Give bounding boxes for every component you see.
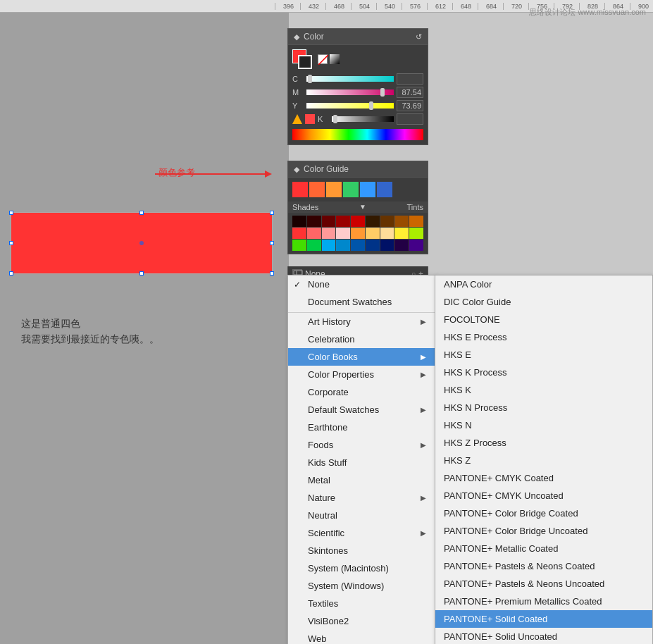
menu-item-skintones[interactable]: Skintones xyxy=(288,542,435,559)
y-slider[interactable] xyxy=(306,103,394,109)
y-thumb[interactable] xyxy=(369,101,373,110)
c-value-box[interactable] xyxy=(397,73,423,85)
menu-item-nature[interactable]: Nature ▶ xyxy=(288,489,435,507)
submenu-item-pantone-premium[interactable]: PANTONE+ Premium Metallics Coated xyxy=(435,593,652,610)
menu-item-metal[interactable]: Metal xyxy=(288,471,435,489)
submenu-item-pantone-solid-coated[interactable]: PANTONE+ Solid Coated xyxy=(435,610,652,628)
shade-cell[interactable] xyxy=(351,240,365,251)
handle-bl[interactable] xyxy=(9,271,13,275)
menu-item-textiles[interactable]: Textiles xyxy=(288,595,435,612)
guide-swatch-6[interactable] xyxy=(377,182,392,197)
shade-cell[interactable] xyxy=(409,240,423,251)
shade-cell[interactable] xyxy=(366,228,380,239)
menu-item-document-swatches[interactable]: Document Swatches xyxy=(288,293,435,311)
submenu-item-pantone-cmyk-coated[interactable]: PANTONE+ CMYK Coated xyxy=(435,469,652,487)
shade-cell[interactable] xyxy=(380,228,394,239)
menu-item-web[interactable]: Web xyxy=(288,630,435,644)
y-value-box[interactable]: 73.69 xyxy=(397,100,423,111)
submenu-item-hks-k-process[interactable]: HKS K Process xyxy=(435,364,652,381)
handle-tm[interactable] xyxy=(139,211,144,215)
handle-tl[interactable] xyxy=(9,211,13,215)
shade-cell[interactable] xyxy=(307,216,321,227)
guide-swatch-2[interactable] xyxy=(309,182,325,197)
handle-mr[interactable] xyxy=(270,241,274,245)
menu-item-kids-stuff[interactable]: Kids Stuff xyxy=(288,454,435,471)
submenu-item-pantone-bridge-coated[interactable]: PANTONE+ Color Bridge Coated xyxy=(435,504,652,522)
handle-br[interactable] xyxy=(270,271,274,275)
out-of-gamut-swatch[interactable] xyxy=(305,114,315,124)
shade-cell[interactable] xyxy=(380,240,394,251)
menu-item-foods[interactable]: Foods ▶ xyxy=(288,436,435,454)
shade-cell[interactable] xyxy=(336,240,350,251)
menu-item-system-win[interactable]: System (Windows) xyxy=(288,577,435,595)
shade-cell[interactable] xyxy=(322,216,336,227)
submenu-item-hks-e[interactable]: HKS E xyxy=(435,346,652,364)
submenu-item-pantone-metallic[interactable]: PANTONE+ Metallic Coated xyxy=(435,540,652,557)
shade-cell[interactable] xyxy=(322,228,336,239)
shade-cell[interactable] xyxy=(366,216,380,227)
menu-item-none[interactable]: None xyxy=(288,275,435,293)
submenu-item-anpa[interactable]: ANPA Color xyxy=(435,275,652,293)
shade-cell[interactable] xyxy=(322,240,336,251)
shade-cell[interactable] xyxy=(292,228,306,239)
menu-item-color-books[interactable]: Color Books ▶ xyxy=(288,348,435,366)
shade-cell[interactable] xyxy=(394,228,409,239)
guide-swatch-4[interactable] xyxy=(343,182,359,197)
shade-cell[interactable] xyxy=(409,228,423,239)
menu-item-earthtone[interactable]: Earthtone xyxy=(288,419,435,436)
m-slider[interactable] xyxy=(306,89,394,95)
stroke-box[interactable] xyxy=(298,55,312,69)
dropdown-icon-guide[interactable]: ▼ xyxy=(359,203,366,211)
spectrum-bar[interactable] xyxy=(292,129,423,140)
shade-cell[interactable] xyxy=(351,216,365,227)
submenu-item-hks-z[interactable]: HKS Z xyxy=(435,452,652,469)
submenu-item-hks-z-process[interactable]: HKS Z Process xyxy=(435,434,652,452)
none-fill-icon[interactable] xyxy=(318,54,328,64)
handle-tr[interactable] xyxy=(270,211,274,215)
shade-cell[interactable] xyxy=(307,240,321,251)
shade-cell[interactable] xyxy=(409,216,423,227)
menu-item-system-mac[interactable]: System (Macintosh) xyxy=(288,559,435,577)
k-thumb[interactable] xyxy=(333,115,337,123)
shade-cell[interactable] xyxy=(366,240,380,251)
shade-cell[interactable] xyxy=(292,216,306,227)
submenu-item-pantone-pastels-uncoated[interactable]: PANTONE+ Pastels & Neons Uncoated xyxy=(435,575,652,593)
submenu-item-pantone-solid-uncoated[interactable]: PANTONE+ Solid Uncoated xyxy=(435,628,652,644)
menu-item-art-history[interactable]: Art History ▶ xyxy=(288,312,435,330)
shade-cell[interactable] xyxy=(307,228,321,239)
k-slider[interactable] xyxy=(332,116,394,122)
gradient-icon[interactable] xyxy=(330,54,340,64)
c-thumb[interactable] xyxy=(308,75,312,83)
handle-bm[interactable] xyxy=(139,271,144,275)
menu-item-visibone2[interactable]: VisiBone2 xyxy=(288,612,435,630)
shade-cell[interactable] xyxy=(394,216,409,227)
shade-cell[interactable] xyxy=(351,228,365,239)
submenu-item-hks-k[interactable]: HKS K xyxy=(435,381,652,399)
submenu-item-pantone-bridge-uncoated[interactable]: PANTONE+ Color Bridge Uncoated xyxy=(435,522,652,540)
c-slider[interactable] xyxy=(306,76,394,82)
menu-item-default-swatches[interactable]: Default Swatches ▶ xyxy=(288,401,435,419)
submenu-item-pantone-pastels-coated[interactable]: PANTONE+ Pastels & Neons Coated xyxy=(435,557,652,575)
guide-swatch-5[interactable] xyxy=(360,182,375,197)
submenu-item-focoltone[interactable]: FOCOLTONE xyxy=(435,311,652,328)
shade-cell[interactable] xyxy=(336,228,350,239)
guide-swatch-3[interactable] xyxy=(326,182,342,197)
menu-item-neutral[interactable]: Neutral xyxy=(288,507,435,524)
handle-ml[interactable] xyxy=(9,241,13,245)
submenu-item-dic[interactable]: DIC Color Guide xyxy=(435,293,652,311)
submenu-item-hks-n-process[interactable]: HKS N Process xyxy=(435,399,652,416)
menu-item-corporate[interactable]: Corporate xyxy=(288,383,435,401)
submenu-item-pantone-cmyk-uncoated[interactable]: PANTONE+ CMYK Uncoated xyxy=(435,487,652,504)
shade-cell[interactable] xyxy=(380,216,394,227)
menu-item-color-properties[interactable]: Color Properties ▶ xyxy=(288,366,435,383)
submenu-item-hks-e-process[interactable]: HKS E Process xyxy=(435,328,652,346)
m-value-box[interactable]: 87.54 xyxy=(397,87,423,98)
menu-item-celebration[interactable]: Celebration xyxy=(288,330,435,348)
k-value-box[interactable] xyxy=(397,113,423,125)
guide-swatch-1[interactable] xyxy=(292,182,308,197)
m-thumb[interactable] xyxy=(380,88,385,97)
shade-cell[interactable] xyxy=(394,240,409,251)
submenu-item-hks-n[interactable]: HKS N xyxy=(435,416,652,434)
shade-cell[interactable] xyxy=(292,240,306,251)
shade-cell[interactable] xyxy=(336,216,350,227)
